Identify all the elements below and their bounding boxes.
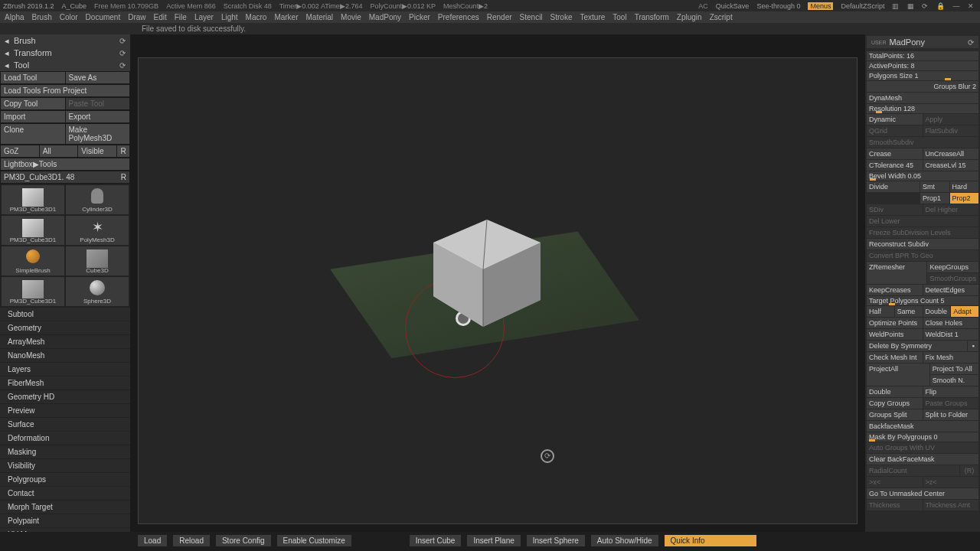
- make-polymesh-button[interactable]: Make PolyMesh3D: [65, 123, 131, 145]
- sublist-polypaint[interactable]: Polypaint: [0, 514, 130, 528]
- tool-cube3d[interactable]: Cube3D: [66, 246, 129, 276]
- pastegroups-button[interactable]: Paste Groups: [923, 398, 979, 409]
- load-project-button[interactable]: Load Tools From Project: [0, 84, 130, 97]
- sublist-nanomesh[interactable]: NanoMesh: [0, 349, 130, 363]
- smoothn-button[interactable]: Smooth N.: [930, 375, 978, 386]
- sublist-fibermesh[interactable]: FiberMesh: [0, 377, 130, 390]
- half-button[interactable]: Half: [867, 306, 894, 317]
- menu-alpha[interactable]: Alpha: [5, 13, 24, 21]
- clone-button[interactable]: Clone: [0, 123, 65, 145]
- radial-r[interactable]: (R): [960, 465, 978, 476]
- sublist-visibility[interactable]: Visibility: [0, 459, 130, 473]
- groupssplit-button[interactable]: Groups Split: [867, 409, 923, 420]
- menu-material[interactable]: Material: [306, 13, 334, 21]
- delhigher-button[interactable]: Del Higher: [923, 204, 979, 215]
- weldpoints-button[interactable]: WeldPoints: [867, 329, 923, 340]
- quicksave-button[interactable]: QuickSave: [716, 2, 750, 10]
- tool-cube3[interactable]: PM3D_Cube3D1: [2, 277, 64, 306]
- sublist-masking[interactable]: Masking: [0, 445, 130, 459]
- tool-header[interactable]: ◂ Tool⟳: [0, 59, 130, 71]
- seethrough-slider[interactable]: See-through 0: [756, 2, 800, 10]
- polygons-size-slider[interactable]: Polygons Size 1: [867, 71, 978, 80]
- menu-color[interactable]: Color: [60, 13, 78, 21]
- fixmesh-button[interactable]: Fix Mesh: [923, 352, 979, 363]
- tool-simplebrush[interactable]: SimpleBrush: [2, 246, 64, 276]
- autoshowhide-button[interactable]: Auto Show/Hide: [591, 535, 658, 546]
- dellower-button[interactable]: Del Lower: [867, 216, 978, 227]
- reload-icon[interactable]: ⟳: [119, 61, 126, 70]
- paste-tool-button[interactable]: Paste Tool: [65, 97, 131, 110]
- import-button[interactable]: Import: [0, 110, 65, 123]
- thickness-button[interactable]: Thickness: [867, 500, 923, 510]
- goz-r-button[interactable]: R: [116, 145, 130, 158]
- orbit-icon[interactable]: ⟳: [541, 449, 554, 463]
- sublist-subtool[interactable]: Subtool: [0, 308, 130, 321]
- divide-button[interactable]: Divide: [867, 181, 920, 192]
- tool-cube2[interactable]: PM3D_Cube3D1: [2, 216, 64, 245]
- sublist-polygroups[interactable]: Polygroups: [0, 473, 130, 487]
- creaselvl-slider[interactable]: CreaseLvl 15: [923, 160, 979, 171]
- thicknessamt-slider[interactable]: Thickness Amt: [923, 500, 979, 510]
- sdiv-slider[interactable]: SDiv: [867, 204, 923, 215]
- menu-texture[interactable]: Texture: [580, 13, 605, 21]
- apply-button[interactable]: Apply: [923, 114, 979, 125]
- menu-movie[interactable]: Movie: [341, 13, 361, 21]
- reload-icon[interactable]: ⟳: [119, 49, 126, 57]
- enablecustomize-button[interactable]: Enable Customize: [277, 535, 351, 546]
- lightbox-tools-button[interactable]: Lightbox▶Tools: [0, 158, 130, 171]
- splittofolder-button[interactable]: Split to Folder: [923, 409, 979, 420]
- menu-file[interactable]: File: [175, 13, 187, 21]
- uncrease-button[interactable]: UnCreaseAll: [923, 148, 979, 159]
- dynamesh-button[interactable]: DynaMesh: [867, 93, 978, 103]
- keepcreases-button[interactable]: KeepCreases: [867, 285, 923, 295]
- double-button[interactable]: Double: [923, 306, 951, 317]
- sublist-arraymesh[interactable]: ArrayMesh: [0, 335, 130, 349]
- crease-button[interactable]: Crease: [867, 148, 923, 159]
- prop2-button[interactable]: Prop2: [950, 193, 979, 204]
- viewport[interactable]: ⟳: [138, 57, 858, 524]
- radialcount-slider[interactable]: RadialCount: [867, 465, 959, 476]
- detectedges-button[interactable]: DetectEdges: [923, 285, 979, 295]
- groups-blur[interactable]: Groups Blur 2: [867, 81, 978, 92]
- mesh-cube[interactable]: [418, 212, 571, 351]
- prop1-button[interactable]: Prop1: [920, 193, 949, 204]
- madpony-header[interactable]: USERMadPony⟳: [867, 36, 978, 48]
- menu-tool[interactable]: Tool: [612, 13, 626, 21]
- goz-button[interactable]: GoZ: [0, 145, 39, 158]
- resolution-slider[interactable]: Resolution 128: [867, 104, 978, 113]
- ctolerance-slider[interactable]: CTolerance 45: [867, 160, 923, 171]
- checkmesh-button[interactable]: Check Mesh Int: [867, 352, 923, 363]
- qgrid-button[interactable]: QGrid: [867, 126, 923, 136]
- storeconfig-button[interactable]: Store Config: [216, 535, 271, 546]
- clearbackface-button[interactable]: Clear BackFaceMask: [867, 454, 978, 465]
- autogroups-button[interactable]: Auto Groups With UV: [867, 442, 978, 453]
- hard-button[interactable]: Hard: [950, 181, 979, 192]
- menu-stroke[interactable]: Stroke: [550, 13, 573, 21]
- backfacemask-button[interactable]: BackfaceMask: [867, 421, 978, 432]
- bevelwidth-slider[interactable]: Bevel Width 0.05: [867, 171, 978, 181]
- freeze-button[interactable]: Freeze SubDivision Levels: [867, 227, 978, 238]
- sym-toggle[interactable]: ▪: [968, 341, 978, 351]
- smoothgroups-button[interactable]: SmoothGroups: [927, 273, 978, 284]
- copy-tool-button[interactable]: Copy Tool: [0, 97, 65, 110]
- sublist-morph-target[interactable]: Morph Target: [0, 500, 130, 514]
- goz-visible-button[interactable]: Visible: [77, 145, 116, 158]
- sublist-deformation[interactable]: Deformation: [0, 432, 130, 445]
- menu-picker[interactable]: Picker: [409, 13, 430, 21]
- sublist-preview[interactable]: Preview: [0, 404, 130, 418]
- menu-zscript[interactable]: Zscript: [710, 13, 733, 21]
- export-button[interactable]: Export: [65, 110, 131, 123]
- insertsphere-button[interactable]: Insert Sphere: [527, 535, 585, 546]
- copygroups-button[interactable]: Copy Groups: [867, 398, 923, 409]
- menu-macro[interactable]: Macro: [246, 13, 267, 21]
- keepgroups-button[interactable]: KeepGroups: [927, 262, 978, 272]
- reload-icon[interactable]: ⟳: [968, 38, 974, 47]
- projectall-button[interactable]: ProjectAll: [867, 364, 929, 386]
- menu-marker[interactable]: Marker: [274, 13, 298, 21]
- sublist-geometry[interactable]: Geometry: [0, 321, 130, 335]
- unmaskedcenter-button[interactable]: Go To Unmasked Center: [867, 488, 978, 499]
- smt-button[interactable]: Smt: [920, 181, 949, 192]
- menu-brush[interactable]: Brush: [32, 13, 52, 21]
- sublist-surface[interactable]: Surface: [0, 418, 130, 432]
- projecttoall-button[interactable]: Project To All: [930, 364, 978, 374]
